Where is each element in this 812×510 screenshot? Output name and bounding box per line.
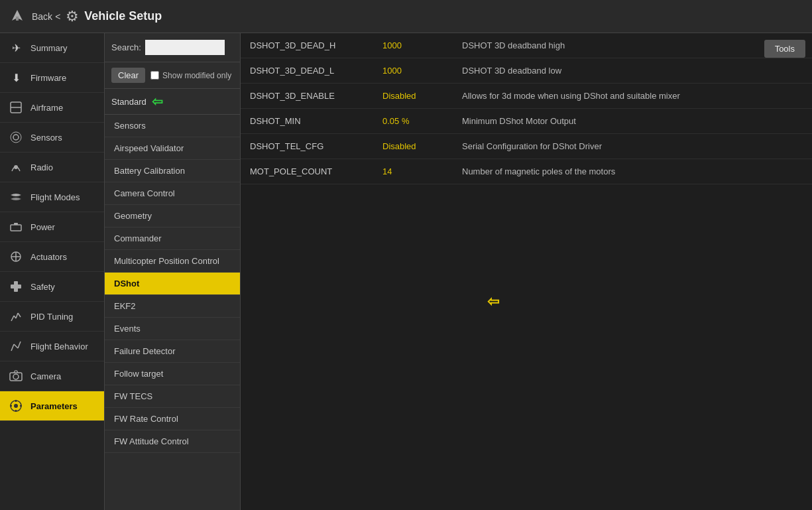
table-row: DSHOT_TEL_CFG Disabled Serial Configurat… bbox=[241, 134, 812, 159]
sidebar-item-pid-tuning[interactable]: PID Tuning bbox=[0, 302, 104, 332]
param-name-4: DSHOT_TEL_CFG bbox=[241, 134, 373, 159]
svg-line-17 bbox=[18, 313, 21, 317]
summary-icon: ✈ bbox=[8, 40, 24, 56]
actuators-icon bbox=[8, 249, 24, 265]
flight-modes-icon bbox=[8, 189, 24, 205]
param-desc-2: Allows for 3d mode when using DShot and … bbox=[453, 84, 812, 109]
clear-button[interactable]: Clear bbox=[111, 68, 145, 83]
main-layout: ✈ Summary ⬇ Firmware Airframe Sensors Ra… bbox=[0, 33, 812, 510]
tools-button[interactable]: Tools bbox=[764, 40, 805, 58]
green-arrow-icon: ⇦ bbox=[152, 94, 163, 109]
sensors-icon bbox=[8, 129, 24, 145]
radio-icon bbox=[8, 159, 24, 175]
category-item-airspeed-validator[interactable]: Airspeed Validator bbox=[105, 137, 240, 160]
sidebar-item-firmware[interactable]: ⬇ Firmware bbox=[0, 63, 104, 93]
category-item-multicopter-position-control[interactable]: Multicopter Position Control bbox=[105, 250, 240, 273]
param-value-3[interactable]: 0.05 % bbox=[373, 109, 453, 134]
category-item-dshot[interactable]: DShot bbox=[105, 273, 240, 295]
show-modified-label[interactable]: Show modified only bbox=[150, 71, 231, 80]
search-bar: Search: bbox=[105, 33, 240, 62]
param-value-0[interactable]: 1000 bbox=[373, 33, 453, 58]
category-item-battery-calibration[interactable]: Battery Calibration bbox=[105, 160, 240, 182]
param-desc-4: Serial Configuration for DShot Driver bbox=[453, 134, 812, 159]
svg-rect-7 bbox=[11, 225, 21, 231]
category-item-fw-rate-control[interactable]: FW Rate Control bbox=[105, 408, 240, 430]
content-area: Tools DSHOT_3D_DEAD_H 1000 DSHOT 3D dead… bbox=[241, 33, 812, 510]
page-title: Vehicle Setup bbox=[84, 9, 162, 23]
pid-tuning-icon bbox=[8, 308, 24, 324]
param-desc-3: Minimum DShot Motor Output bbox=[453, 109, 812, 134]
parameters-table: DSHOT_3D_DEAD_H 1000 DSHOT 3D deadband h… bbox=[241, 33, 812, 184]
sidebar-item-summary[interactable]: ✈ Summary bbox=[0, 33, 104, 63]
param-value-1[interactable]: 1000 bbox=[373, 58, 453, 84]
category-item-fw-tecs[interactable]: FW TECS bbox=[105, 385, 240, 408]
flight-behavior-icon bbox=[8, 338, 24, 354]
camera-icon bbox=[8, 368, 24, 384]
table-row: DSHOT_3D_DEAD_L 1000 DSHOT 3D deadband l… bbox=[241, 58, 812, 84]
svg-line-14 bbox=[11, 316, 14, 321]
gear-icon: ⚙ bbox=[66, 8, 79, 25]
actuators-label: Actuators bbox=[30, 252, 67, 262]
sidebar-item-sensors[interactable]: Sensors bbox=[0, 123, 104, 153]
param-name-3: DSHOT_MIN bbox=[241, 109, 373, 134]
back-label: Back bbox=[32, 11, 52, 22]
sidebar: ✈ Summary ⬇ Firmware Airframe Sensors Ra… bbox=[0, 33, 105, 510]
svg-rect-13 bbox=[11, 285, 21, 288]
svg-line-18 bbox=[11, 344, 14, 351]
param-value-2[interactable]: Disabled bbox=[373, 84, 453, 109]
category-item-geometry[interactable]: Geometry bbox=[105, 205, 240, 227]
show-modified-text: Show modified only bbox=[162, 71, 231, 80]
svg-line-16 bbox=[16, 313, 18, 318]
category-item-ekf2[interactable]: EKF2 bbox=[105, 295, 240, 318]
svg-rect-1 bbox=[16, 17, 19, 21]
standard-label: Standard bbox=[111, 97, 146, 107]
category-item-camera-control[interactable]: Camera Control bbox=[105, 182, 240, 205]
summary-label: Summary bbox=[30, 43, 68, 53]
category-list: Sensors Airspeed Validator Battery Calib… bbox=[105, 115, 240, 510]
param-desc-0: DSHOT 3D deadband high bbox=[453, 33, 812, 58]
sidebar-item-airframe[interactable]: Airframe bbox=[0, 93, 104, 123]
category-panel: Search: Clear Show modified only Standar… bbox=[105, 33, 241, 510]
param-name-5: MOT_POLE_COUNT bbox=[241, 159, 373, 184]
back-separator: < bbox=[55, 11, 60, 22]
power-label: Power bbox=[30, 222, 55, 232]
category-item-sensors[interactable]: Sensors bbox=[105, 115, 240, 137]
sidebar-item-radio[interactable]: Radio bbox=[0, 153, 104, 182]
sidebar-item-flight-modes[interactable]: Flight Modes bbox=[0, 182, 104, 212]
svg-point-22 bbox=[13, 374, 19, 379]
sidebar-item-parameters[interactable]: Parameters bbox=[0, 391, 104, 421]
back-button[interactable]: Back < bbox=[32, 11, 60, 22]
param-name-2: DSHOT_3D_ENABLE bbox=[241, 84, 373, 109]
svg-line-19 bbox=[14, 344, 18, 348]
flight-modes-label: Flight Modes bbox=[30, 192, 80, 202]
table-row: DSHOT_MIN 0.05 % Minimum DShot Motor Out… bbox=[241, 109, 812, 134]
param-name-0: DSHOT_3D_DEAD_H bbox=[241, 33, 373, 58]
category-item-commander[interactable]: Commander bbox=[105, 227, 240, 250]
airframe-label: Airframe bbox=[30, 103, 63, 113]
param-value-4[interactable]: Disabled bbox=[373, 134, 453, 159]
sidebar-item-power[interactable]: Power bbox=[0, 212, 104, 242]
sidebar-item-camera[interactable]: Camera bbox=[0, 361, 104, 391]
param-desc-5: Number of magnetic poles of the motors bbox=[453, 159, 812, 184]
param-value-5[interactable]: 14 bbox=[373, 159, 453, 184]
table-row: DSHOT_3D_DEAD_H 1000 DSHOT 3D deadband h… bbox=[241, 33, 812, 58]
firmware-label: Firmware bbox=[30, 73, 66, 83]
show-modified-checkbox[interactable] bbox=[150, 71, 159, 80]
table-row: MOT_POLE_COUNT 14 Number of magnetic pol… bbox=[241, 159, 812, 184]
category-item-events[interactable]: Events bbox=[105, 318, 240, 340]
airframe-icon bbox=[8, 99, 24, 115]
category-item-fw-attitude-control[interactable]: FW Attitude Control bbox=[105, 430, 240, 453]
param-desc-1: DSHOT 3D deadband low bbox=[453, 58, 812, 84]
search-input[interactable] bbox=[145, 40, 225, 55]
sidebar-item-flight-behavior[interactable]: Flight Behavior bbox=[0, 332, 104, 361]
category-item-follow-target[interactable]: Follow target bbox=[105, 363, 240, 385]
svg-rect-8 bbox=[14, 223, 18, 225]
category-item-failure-detector[interactable]: Failure Detector bbox=[105, 340, 240, 363]
power-icon bbox=[8, 219, 24, 235]
sidebar-item-safety[interactable]: Safety bbox=[0, 272, 104, 302]
camera-label: Camera bbox=[30, 371, 61, 381]
sidebar-item-actuators[interactable]: Actuators bbox=[0, 242, 104, 272]
sensors-label: Sensors bbox=[30, 133, 62, 143]
header: Back < ⚙ Vehicle Setup bbox=[0, 0, 812, 33]
pid-tuning-label: PID Tuning bbox=[30, 312, 73, 322]
